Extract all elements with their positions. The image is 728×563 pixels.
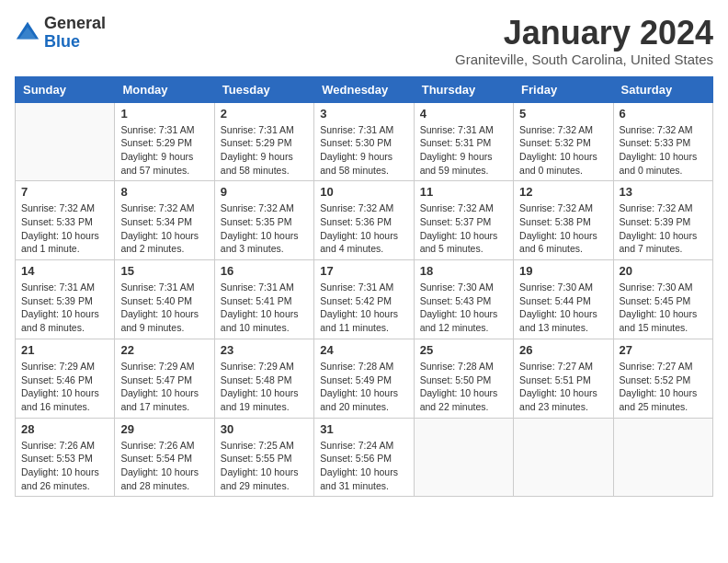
day-number: 4 (420, 107, 507, 121)
calendar-header-tuesday: Tuesday (214, 76, 313, 102)
day-info: Sunrise: 7:28 AMSunset: 5:49 PMDaylight:… (320, 360, 407, 414)
day-number: 12 (519, 185, 607, 199)
calendar-header-sunday: Sunday (16, 76, 115, 102)
day-number: 29 (120, 422, 208, 436)
logo: General Blue (15, 15, 106, 52)
week-row-1: 7Sunrise: 7:32 AMSunset: 5:33 PMDaylight… (16, 181, 713, 260)
day-number: 26 (519, 343, 607, 357)
calendar-cell: 24Sunrise: 7:28 AMSunset: 5:49 PMDayligh… (314, 339, 414, 418)
day-number: 7 (21, 185, 108, 199)
day-number: 11 (420, 185, 507, 199)
calendar-cell: 22Sunrise: 7:29 AMSunset: 5:47 PMDayligh… (115, 339, 214, 418)
calendar-cell: 15Sunrise: 7:31 AMSunset: 5:40 PMDayligh… (115, 260, 214, 339)
day-number: 24 (320, 343, 407, 357)
day-info: Sunrise: 7:32 AMSunset: 5:34 PMDaylight:… (120, 201, 208, 256)
calendar-header-monday: Monday (115, 76, 214, 102)
calendar-cell: 3Sunrise: 7:31 AMSunset: 5:30 PMDaylight… (314, 102, 414, 181)
calendar-cell: 17Sunrise: 7:31 AMSunset: 5:42 PMDayligh… (314, 260, 414, 339)
day-number: 9 (221, 185, 308, 199)
day-number: 19 (519, 264, 607, 278)
page-header: General Blue January 2024 Graniteville, … (15, 15, 713, 67)
day-info: Sunrise: 7:26 AMSunset: 5:53 PMDaylight:… (21, 439, 108, 493)
calendar-cell: 27Sunrise: 7:27 AMSunset: 5:52 PMDayligh… (613, 339, 712, 418)
day-info: Sunrise: 7:30 AMSunset: 5:45 PMDaylight:… (620, 281, 707, 335)
day-info: Sunrise: 7:29 AMSunset: 5:46 PMDaylight:… (21, 360, 108, 414)
calendar-cell: 13Sunrise: 7:32 AMSunset: 5:39 PMDayligh… (613, 181, 712, 260)
day-info: Sunrise: 7:32 AMSunset: 5:32 PMDaylight:… (519, 123, 607, 178)
day-info: Sunrise: 7:27 AMSunset: 5:52 PMDaylight:… (620, 360, 707, 414)
day-number: 16 (221, 264, 308, 278)
day-info: Sunrise: 7:27 AMSunset: 5:51 PMDaylight:… (519, 360, 607, 414)
calendar-cell: 30Sunrise: 7:25 AMSunset: 5:55 PMDayligh… (214, 418, 313, 497)
calendar-header-thursday: Thursday (414, 76, 513, 102)
day-number: 18 (420, 264, 507, 278)
logo-general: General (44, 15, 106, 33)
calendar-cell: 19Sunrise: 7:30 AMSunset: 5:44 PMDayligh… (514, 260, 613, 339)
week-row-0: 1Sunrise: 7:31 AMSunset: 5:29 PMDaylight… (16, 102, 713, 181)
day-info: Sunrise: 7:32 AMSunset: 5:36 PMDaylight:… (320, 201, 407, 256)
calendar-cell: 18Sunrise: 7:30 AMSunset: 5:43 PMDayligh… (414, 260, 513, 339)
calendar-cell: 5Sunrise: 7:32 AMSunset: 5:32 PMDaylight… (514, 102, 613, 181)
day-info: Sunrise: 7:32 AMSunset: 5:33 PMDaylight:… (620, 123, 707, 178)
calendar-cell: 26Sunrise: 7:27 AMSunset: 5:51 PMDayligh… (514, 339, 613, 418)
calendar-cell: 2Sunrise: 7:31 AMSunset: 5:29 PMDaylight… (214, 102, 313, 181)
day-info: Sunrise: 7:31 AMSunset: 5:39 PMDaylight:… (21, 281, 108, 335)
day-info: Sunrise: 7:30 AMSunset: 5:43 PMDaylight:… (420, 281, 507, 335)
day-info: Sunrise: 7:31 AMSunset: 5:29 PMDaylight:… (221, 123, 308, 178)
day-info: Sunrise: 7:29 AMSunset: 5:47 PMDaylight:… (120, 360, 208, 414)
location: Graniteville, South Carolina, United Sta… (455, 52, 713, 67)
day-number: 14 (21, 264, 108, 278)
calendar-cell: 12Sunrise: 7:32 AMSunset: 5:38 PMDayligh… (514, 181, 613, 260)
day-number: 1 (120, 107, 208, 121)
calendar-cell: 16Sunrise: 7:31 AMSunset: 5:41 PMDayligh… (214, 260, 313, 339)
calendar-cell: 28Sunrise: 7:26 AMSunset: 5:53 PMDayligh… (16, 418, 115, 497)
logo-text: General Blue (44, 15, 106, 52)
calendar-cell: 25Sunrise: 7:28 AMSunset: 5:50 PMDayligh… (414, 339, 513, 418)
day-info: Sunrise: 7:29 AMSunset: 5:48 PMDaylight:… (221, 360, 308, 414)
day-info: Sunrise: 7:26 AMSunset: 5:54 PMDaylight:… (120, 439, 208, 493)
calendar-cell: 8Sunrise: 7:32 AMSunset: 5:34 PMDaylight… (115, 181, 214, 260)
logo-blue: Blue (44, 33, 106, 52)
calendar-cell: 11Sunrise: 7:32 AMSunset: 5:37 PMDayligh… (414, 181, 513, 260)
calendar-header-saturday: Saturday (613, 76, 712, 102)
calendar-cell: 10Sunrise: 7:32 AMSunset: 5:36 PMDayligh… (314, 181, 414, 260)
day-info: Sunrise: 7:32 AMSunset: 5:33 PMDaylight:… (21, 201, 108, 256)
day-number: 2 (221, 107, 308, 121)
day-number: 8 (120, 185, 208, 199)
week-row-2: 14Sunrise: 7:31 AMSunset: 5:39 PMDayligh… (16, 260, 713, 339)
title-block: January 2024 Graniteville, South Carolin… (455, 15, 713, 67)
day-info: Sunrise: 7:31 AMSunset: 5:31 PMDaylight:… (420, 123, 507, 178)
day-info: Sunrise: 7:31 AMSunset: 5:29 PMDaylight:… (120, 123, 208, 178)
calendar-header-wednesday: Wednesday (314, 76, 414, 102)
day-info: Sunrise: 7:30 AMSunset: 5:44 PMDaylight:… (519, 281, 607, 335)
day-number: 15 (120, 264, 208, 278)
calendar-cell: 7Sunrise: 7:32 AMSunset: 5:33 PMDaylight… (16, 181, 115, 260)
day-number: 31 (320, 422, 407, 436)
day-info: Sunrise: 7:31 AMSunset: 5:41 PMDaylight:… (221, 281, 308, 335)
day-info: Sunrise: 7:25 AMSunset: 5:55 PMDaylight:… (221, 439, 308, 493)
day-number: 10 (320, 185, 407, 199)
day-number: 23 (221, 343, 308, 357)
day-number: 30 (221, 422, 308, 436)
week-row-4: 28Sunrise: 7:26 AMSunset: 5:53 PMDayligh… (16, 418, 713, 497)
calendar-cell: 9Sunrise: 7:32 AMSunset: 5:35 PMDaylight… (214, 181, 313, 260)
calendar-cell: 14Sunrise: 7:31 AMSunset: 5:39 PMDayligh… (16, 260, 115, 339)
day-number: 20 (620, 264, 707, 278)
day-info: Sunrise: 7:24 AMSunset: 5:56 PMDaylight:… (320, 439, 407, 493)
day-info: Sunrise: 7:31 AMSunset: 5:42 PMDaylight:… (320, 281, 407, 335)
day-number: 3 (320, 107, 407, 121)
calendar-header-row: SundayMondayTuesdayWednesdayThursdayFrid… (16, 76, 713, 102)
calendar-cell (414, 418, 513, 497)
day-info: Sunrise: 7:28 AMSunset: 5:50 PMDaylight:… (420, 360, 507, 414)
day-info: Sunrise: 7:31 AMSunset: 5:30 PMDaylight:… (320, 123, 407, 178)
day-info: Sunrise: 7:32 AMSunset: 5:39 PMDaylight:… (620, 201, 707, 256)
day-info: Sunrise: 7:32 AMSunset: 5:38 PMDaylight:… (519, 201, 607, 256)
day-info: Sunrise: 7:32 AMSunset: 5:37 PMDaylight:… (420, 201, 507, 256)
calendar-cell: 23Sunrise: 7:29 AMSunset: 5:48 PMDayligh… (214, 339, 313, 418)
day-number: 28 (21, 422, 108, 436)
day-number: 25 (420, 343, 507, 357)
calendar-header-friday: Friday (514, 76, 613, 102)
calendar-cell: 21Sunrise: 7:29 AMSunset: 5:46 PMDayligh… (16, 339, 115, 418)
week-row-3: 21Sunrise: 7:29 AMSunset: 5:46 PMDayligh… (16, 339, 713, 418)
day-number: 5 (519, 107, 607, 121)
